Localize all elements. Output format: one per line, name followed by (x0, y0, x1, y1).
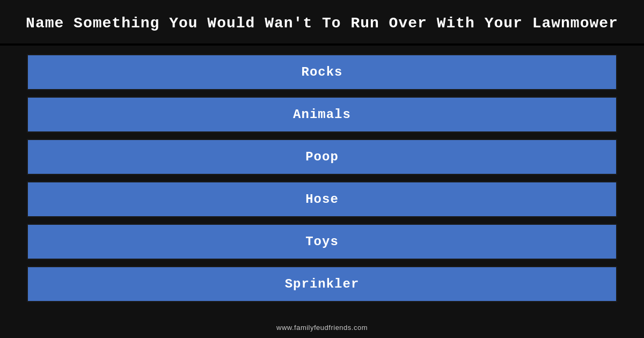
answer-button-5[interactable]: Toys (27, 224, 617, 260)
footer: www.familyfeudfriends.com (0, 319, 644, 338)
answer-row-6: Sprinkler (27, 263, 617, 305)
answer-button-4[interactable]: Hose (27, 181, 617, 217)
answer-row-1: Rocks (27, 51, 617, 93)
answer-row-3: Poop (27, 136, 617, 178)
answer-button-2[interactable]: Animals (27, 97, 617, 133)
answer-button-1[interactable]: Rocks (27, 54, 617, 90)
answer-row-5: Toys (27, 221, 617, 263)
answers-container: Rocks Animals Poop Hose Toys Sprinkler (0, 46, 644, 319)
question-title: Name Something You Would Wan't To Run Ov… (26, 15, 618, 32)
answer-row-2: Animals (27, 93, 617, 136)
answer-button-6[interactable]: Sprinkler (27, 266, 617, 302)
answer-button-3[interactable]: Poop (27, 139, 617, 175)
footer-url: www.familyfeudfriends.com (276, 324, 368, 332)
title-area: Name Something You Would Wan't To Run Ov… (0, 0, 644, 43)
answer-row-4: Hose (27, 178, 617, 221)
page-container: Name Something You Would Wan't To Run Ov… (0, 0, 644, 338)
